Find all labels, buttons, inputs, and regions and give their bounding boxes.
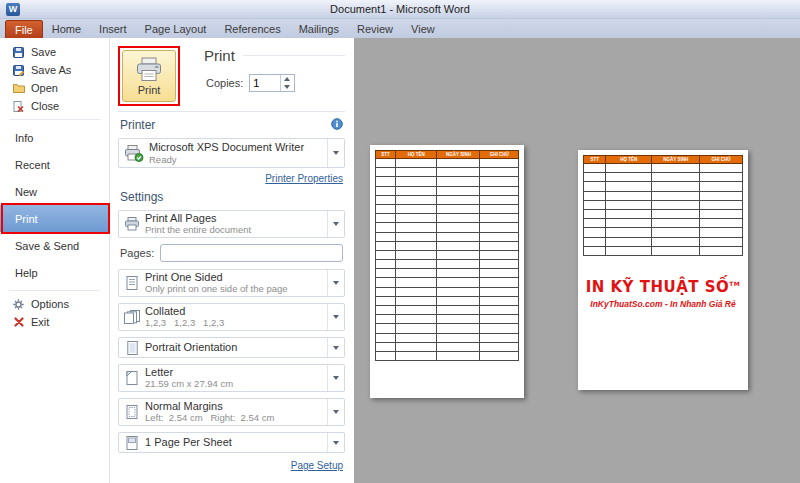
printer-device-icon — [119, 145, 149, 162]
pages-row: Pages: — [120, 244, 343, 262]
margins-dropdown[interactable]: Normal Margins Left: 2.54 cm Right: 2.54… — [118, 398, 345, 426]
sidebar-separator — [9, 119, 100, 120]
brand-stamp-subtitle: InKyThuatSo.com - In Nhanh Giá Rẻ — [578, 299, 748, 309]
sidebar-item-close[interactable]: Close — [0, 97, 109, 115]
sidebar-item-label: Options — [31, 298, 69, 310]
dropdown-arrow-icon — [333, 222, 339, 226]
collated-pages-icon — [119, 310, 145, 324]
printer-section-header: Printer — [120, 118, 343, 132]
chevron-up-icon — [284, 77, 290, 81]
settings-section-header: Settings — [120, 190, 343, 204]
tab-view[interactable]: View — [402, 20, 444, 38]
sidebar-item-save-and-send[interactable]: Save & Send — [0, 232, 109, 259]
copies-stepper[interactable] — [249, 74, 295, 92]
sidebar-separator — [9, 290, 100, 291]
dropdown-arrow-icon — [333, 346, 339, 350]
sidebar-item-print[interactable]: Print — [0, 205, 109, 232]
save-icon — [12, 47, 25, 58]
tab-file[interactable]: File — [5, 20, 43, 38]
pages-per-sheet-dropdown[interactable]: 1 Page Per Sheet — [118, 432, 345, 453]
save-as-icon — [12, 65, 25, 76]
printer-selector[interactable]: Microsoft XPS Document Writer Ready — [118, 138, 345, 168]
copies-input[interactable] — [250, 75, 280, 91]
nav-label: Print — [15, 213, 38, 225]
page-setup-link[interactable]: Page Setup — [291, 460, 343, 471]
print-button-label: Print — [138, 84, 161, 96]
margins-icon — [119, 405, 145, 419]
nav-label: Recent — [15, 159, 50, 171]
printer-properties-link[interactable]: Printer Properties — [265, 173, 343, 184]
tab-references[interactable]: References — [215, 20, 289, 38]
sidebar-item-exit[interactable]: Exit — [0, 313, 109, 331]
tab-review[interactable]: Review — [348, 20, 402, 38]
pages-input[interactable] — [160, 244, 343, 262]
nav-label: Save & Send — [15, 240, 79, 252]
pages-per-sheet-icon — [119, 436, 145, 450]
print-header-section: Print Print Copies: — [118, 44, 345, 108]
sidebar-item-help[interactable]: Help — [0, 259, 109, 286]
preview-table-page-1: STTHỌ TÊNNGÀY SINHGHI CHÚ — [375, 150, 519, 361]
sidebar-item-open[interactable]: Open — [0, 79, 109, 97]
brand-stamp-title: IN KỸ THUẬT SỐTM — [578, 278, 748, 296]
options-gear-icon — [12, 299, 25, 310]
preview-page-2: STTHỌ TÊNNGÀY SINHGHI CHÚ IN KỸ THUẬT SỐ… — [578, 150, 748, 390]
sidebar-item-recent[interactable]: Recent — [0, 151, 109, 178]
one-sided-page-icon — [119, 276, 145, 290]
print-all-pages-icon — [119, 217, 145, 231]
paper-size-dropdown[interactable]: Letter 21.59 cm x 27.94 cm — [118, 364, 345, 392]
ribbon-tab-row: File Home Insert Page Layout References … — [0, 19, 800, 38]
sidebar-item-label: Open — [31, 82, 58, 94]
sidebar-item-info[interactable]: Info — [0, 124, 109, 151]
word-window: W Document1 - Microsoft Word File Home I… — [0, 0, 800, 483]
print-button[interactable]: Print — [122, 50, 176, 102]
preview-table-page-2: STTHỌ TÊNNGÀY SINHGHI CHÚ — [583, 155, 743, 256]
tab-home[interactable]: Home — [43, 20, 90, 38]
printer-name: Microsoft XPS Document Writer — [149, 141, 327, 154]
nav-label: Info — [15, 132, 33, 144]
nav-label: New — [15, 186, 37, 198]
window-title: Document1 - Microsoft Word — [0, 3, 800, 15]
duplex-dropdown[interactable]: Print One Sided Only print on one side o… — [118, 269, 345, 297]
sidebar-item-label: Exit — [31, 316, 49, 328]
tab-insert[interactable]: Insert — [90, 20, 136, 38]
dropdown-arrow-icon — [333, 441, 339, 445]
dropdown-arrow-icon — [333, 281, 339, 285]
word-app-icon: W — [6, 3, 20, 16]
nav-label: Help — [15, 267, 38, 279]
trademark-symbol: TM — [729, 280, 740, 287]
chevron-down-icon — [284, 85, 290, 89]
copies-increment-button[interactable] — [281, 75, 293, 83]
copies-row: Copies: — [206, 74, 345, 92]
collation-dropdown[interactable]: Collated 1,2,3 1,2,3 1,2,3 — [118, 303, 345, 331]
portrait-orientation-icon — [119, 341, 145, 355]
copies-decrement-button[interactable] — [281, 83, 293, 91]
open-folder-icon — [12, 83, 25, 93]
preview-page-1: STTHỌ TÊNNGÀY SINHGHI CHÚ — [370, 145, 524, 398]
copies-label: Copies: — [206, 77, 243, 89]
sidebar-item-label: Close — [31, 100, 59, 112]
pages-label: Pages: — [120, 247, 154, 259]
sidebar-item-save[interactable]: Save — [0, 43, 109, 61]
sidebar-item-save-as[interactable]: Save As — [0, 61, 109, 79]
section-divider — [118, 111, 345, 112]
title-bar: W Document1 - Microsoft Word — [0, 0, 800, 19]
backstage-sidebar: Save Save As Open Close Info Recent — [0, 38, 110, 483]
dropdown-arrow-icon — [333, 315, 339, 319]
printer-icon — [135, 57, 163, 82]
print-section-title: Print — [204, 44, 345, 64]
sidebar-item-options[interactable]: Options — [0, 295, 109, 313]
orientation-dropdown[interactable]: Portrait Orientation — [118, 337, 345, 358]
print-preview-pane: STTHỌ TÊNNGÀY SINHGHI CHÚ STTHỌ TÊNNGÀY … — [354, 38, 800, 483]
tab-page-layout[interactable]: Page Layout — [136, 20, 216, 38]
tab-mailings[interactable]: Mailings — [290, 20, 348, 38]
dropdown-arrow-icon — [333, 410, 339, 414]
paper-size-icon — [119, 371, 145, 385]
dropdown-arrow-icon — [333, 376, 339, 380]
info-icon[interactable] — [331, 118, 343, 133]
close-document-icon — [12, 101, 25, 112]
print-range-dropdown[interactable]: Print All Pages Print the entire documen… — [118, 210, 345, 238]
print-settings-panel: Print Print Copies: Printer — [111, 38, 353, 483]
sidebar-item-new[interactable]: New — [0, 178, 109, 205]
printer-status: Ready — [149, 154, 327, 165]
exit-icon — [12, 317, 25, 327]
